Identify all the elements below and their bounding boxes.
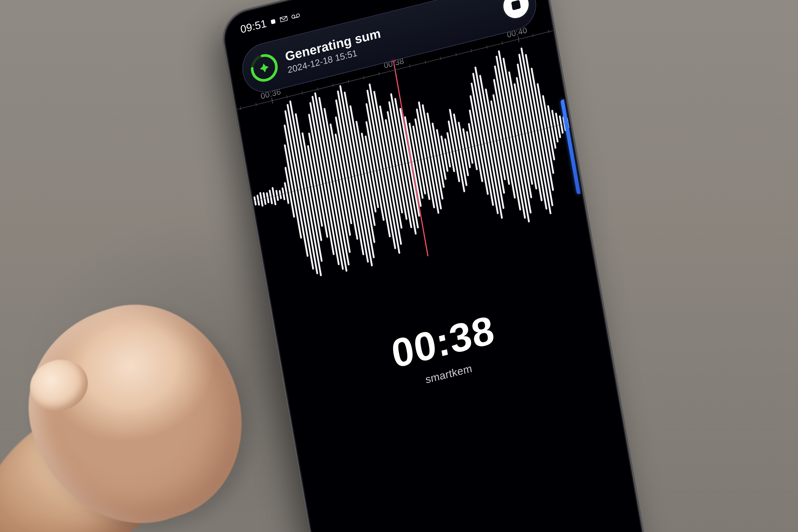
voicemail-icon bbox=[291, 12, 301, 20]
notification-dot-icon bbox=[269, 18, 277, 25]
scene-photo: 09:51 bbox=[0, 0, 798, 532]
stop-icon bbox=[511, 0, 521, 11]
status-clock: 09:51 bbox=[240, 17, 267, 36]
svg-rect-0 bbox=[271, 19, 276, 24]
ai-progress-ring bbox=[247, 50, 281, 86]
recording-timer-block: 00:38 smartkem bbox=[281, 280, 608, 419]
phone-screen[interactable]: 09:51 bbox=[221, 0, 654, 532]
phone-device: 09:51 bbox=[218, 0, 658, 532]
stop-button[interactable] bbox=[501, 0, 531, 21]
gmail-icon bbox=[279, 15, 288, 23]
